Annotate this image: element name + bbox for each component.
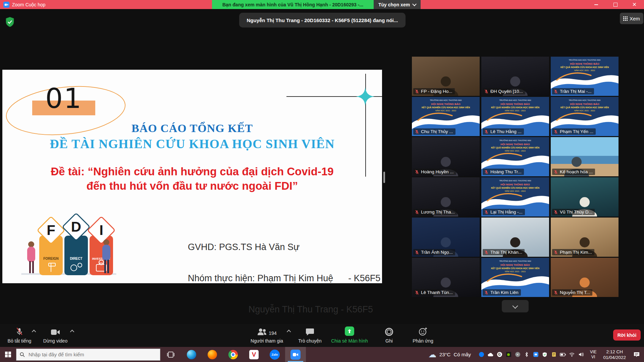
participant-name: Hoàng Huyền ...: [421, 169, 454, 174]
mic-muted-icon: [415, 89, 419, 94]
participant-tile[interactable]: TRƯỜNG ĐẠI HỌC THƯƠNG MẠI HỘI NGHỊ THÔNG…: [412, 97, 480, 136]
weather-temp: 23°C: [439, 352, 451, 357]
svg-text:TRƯỜNG ĐẠI HỌC THƯƠNG MẠI: TRƯỜNG ĐẠI HỌC THƯƠNG MẠI: [499, 180, 531, 182]
participant-tile[interactable]: Nguyễn Thị T...: [551, 258, 619, 297]
svg-text:HỘI NGHỊ THÔNG BÁO: HỘI NGHỊ THÔNG BÁO: [500, 183, 530, 186]
defender-tray-icon[interactable]: [542, 352, 548, 358]
participants-label: Người tham gia: [251, 338, 283, 344]
video-options-chevron[interactable]: [70, 330, 74, 334]
sparkle-icon: [356, 87, 375, 106]
participant-tile[interactable]: Trần Ánh Ngọ...: [412, 218, 480, 257]
participant-name: Trần Kim Liên: [490, 290, 519, 295]
participants-button[interactable]: 194 Người tham gia: [248, 326, 286, 344]
participant-name-tag: Trần Ánh Ngọ...: [413, 249, 455, 255]
close-button[interactable]: ✕: [625, 0, 644, 9]
task-view-button[interactable]: [160, 347, 181, 362]
taskbar-search[interactable]: [16, 349, 160, 361]
wifi-tray-icon[interactable]: [569, 352, 575, 358]
grid-more-button[interactable]: [502, 300, 529, 312]
svg-text:KẾT QUẢ NGHIÊN CỨU KHOA HỌC SI: KẾT QUẢ NGHIÊN CỨU KHOA HỌC SINH VIÊN: [491, 186, 539, 189]
chat-button[interactable]: Trò chuyện: [294, 326, 325, 344]
language-line2: VI: [590, 355, 596, 360]
participant-tile[interactable]: TRƯỜNG ĐẠI HỌC THƯƠNG MẠI HỘI NGHỊ THÔNG…: [481, 177, 549, 217]
start-button[interactable]: [0, 347, 16, 362]
mic-muted-icon: [553, 210, 558, 215]
unmute-button[interactable]: Bỏ tắt tiếng: [5, 326, 34, 344]
participant-tile[interactable]: Hoàng Huyền ...: [412, 137, 480, 176]
taskbar-clock[interactable]: 2:12 CH 01/04/2022: [600, 349, 629, 360]
participant-name-tag: Thái Thị Khán...: [483, 249, 525, 255]
participant-tile[interactable]: TRƯỜNG ĐẠI HỌC THƯƠNG MẠI HỘI NGHỊ THÔNG…: [481, 97, 549, 136]
participant-tile[interactable]: FP - Đặng Ho...: [412, 57, 480, 96]
info-doc-tray-icon[interactable]: [551, 352, 557, 358]
participant-name-tag: Lại Thị Hằng -...: [483, 209, 525, 215]
zalo-tray-icon[interactable]: [478, 352, 484, 358]
taskbar-weather[interactable]: ☁ 23°C Có mây: [424, 351, 476, 359]
participant-tile[interactable]: Kế hoạch hóa ...: [551, 137, 619, 176]
taskbar-firefox[interactable]: [202, 347, 223, 362]
stop-video-button[interactable]: Dừng video: [40, 326, 70, 344]
slide-topic-line2: đến thu hút vốn đầu tư nước ngoài FDI”: [2, 180, 382, 192]
zoom-icon: [290, 350, 301, 360]
mic-muted-icon: [484, 129, 489, 134]
svg-text:NĂM HỌC 2021 - 2022: NĂM HỌC 2021 - 2022: [505, 270, 526, 273]
participant-tile[interactable]: TRƯỜNG ĐẠI HỌC THƯƠNG MẠI HỘI NGHỊ THÔNG…: [551, 57, 619, 96]
participant-name: Trần Thị Mai -...: [560, 89, 592, 94]
sync-error-tray-icon[interactable]: ✕: [515, 352, 521, 358]
participant-tile[interactable]: Lương Thị Tha...: [412, 177, 480, 217]
maximize-button[interactable]: [606, 0, 625, 9]
svg-text:KẾT QUẢ NGHIÊN CỨU KHOA HỌC SI: KẾT QUẢ NGHIÊN CỨU KHOA HỌC SINH VIÊN: [491, 146, 539, 149]
action-center-button[interactable]: [629, 347, 644, 362]
g-tray-icon[interactable]: G: [496, 352, 502, 358]
participant-tile[interactable]: Lê Thanh Tùn...: [412, 258, 480, 297]
screen: { "titlebar": { "title": "Zoom Cuộc họp"…: [0, 0, 644, 362]
participant-tile[interactable]: TRƯỜNG ĐẠI HỌC THƯƠNG MẠI HỘI NGHỊ THÔNG…: [481, 137, 549, 176]
record-button[interactable]: Ghi: [378, 326, 400, 344]
share-scrollbar-handle[interactable]: [383, 172, 385, 183]
participant-name: Lê Thu Hằng ...: [490, 129, 522, 134]
zoom-tray-icon[interactable]: [533, 352, 539, 358]
view-options-button[interactable]: Tùy chọn xem: [374, 0, 421, 9]
language-indicator[interactable]: VIE VI: [587, 350, 600, 360]
taskbar-zalo[interactable]: Zalo: [264, 347, 285, 362]
participant-name: Phạm Thị Yến ...: [560, 129, 593, 134]
search-input[interactable]: [28, 351, 157, 358]
battery-tray-icon[interactable]: [560, 352, 566, 358]
minimize-button[interactable]: [587, 0, 606, 9]
participant-tile[interactable]: ĐH Quyên [10...: [481, 57, 549, 96]
share-screen-label: Chia sẻ Màn hình: [331, 338, 368, 344]
svg-text:TRƯỜNG ĐẠI HỌC THƯƠNG MẠI: TRƯỜNG ĐẠI HỌC THƯƠNG MẠI: [499, 139, 531, 141]
reactions-icon: [419, 326, 428, 336]
unmute-label: Bỏ tắt tiếng: [8, 338, 32, 344]
participant-tile[interactable]: TRƯỜNG ĐẠI HỌC THƯƠNG MẠI HỘI NGHỊ THÔNG…: [551, 97, 619, 136]
taskbar-edge[interactable]: [181, 347, 202, 362]
taskbar-v-app[interactable]: V: [244, 347, 264, 362]
taskbar-zoom[interactable]: [285, 347, 306, 362]
v-app-icon: V: [249, 350, 259, 359]
participant-name-tag: Phạm Thị Yến ...: [552, 128, 596, 135]
participant-name: Lại Thị Hằng -...: [490, 209, 523, 215]
participant-name-tag: Kế hoạch hóa ...: [552, 169, 595, 175]
leave-meeting-button[interactable]: Rời khỏi: [613, 329, 641, 341]
security-shield-icon[interactable]: [5, 17, 14, 27]
volume-tray-icon[interactable]: [578, 352, 584, 358]
participants-options-chevron[interactable]: [287, 330, 291, 334]
participant-tile[interactable]: Phạm Thị Kim...: [551, 218, 619, 257]
participant-name: Chu Thị Thủy ...: [421, 129, 453, 134]
reactions-button[interactable]: Phản ứng: [405, 326, 441, 344]
nvidia-tray-icon[interactable]: [505, 352, 512, 358]
view-button-label: Xem: [630, 16, 640, 21]
slide-topic-line1: Đề tài: “Nghiên cứu ảnh hưởng của đại dị…: [2, 165, 382, 178]
taskbar-chrome[interactable]: [223, 347, 244, 362]
participant-tile[interactable]: Thái Thị Khán...: [481, 218, 549, 257]
mic-muted-icon: [484, 250, 489, 255]
mic-muted-icon: [484, 89, 489, 94]
cloud-tray-icon[interactable]: [487, 352, 493, 358]
view-layout-button[interactable]: Xem: [620, 13, 643, 24]
participant-tile[interactable]: Vũ Thị Thùy D...: [551, 177, 619, 217]
share-screen-button[interactable]: Chia sẻ Màn hình: [328, 326, 371, 344]
participant-tile[interactable]: TRƯỜNG ĐẠI HỌC THƯƠNG MẠI HỘI NGHỊ THÔNG…: [481, 258, 549, 297]
language-line1: VIE: [590, 350, 596, 355]
participant-name: Lê Thanh Tùn...: [421, 290, 453, 295]
bluetooth-tray-icon[interactable]: [524, 352, 530, 358]
